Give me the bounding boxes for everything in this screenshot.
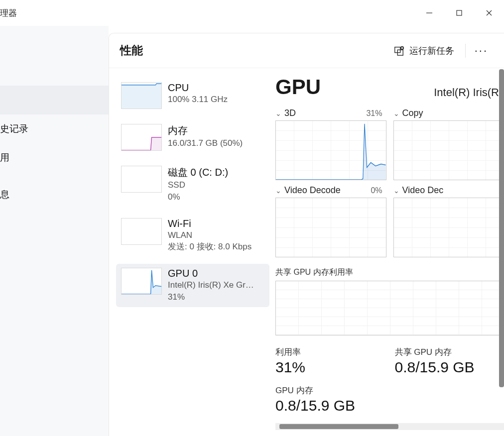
mini-sub2: 31% <box>168 291 254 303</box>
stat-mem-value: 0.8/15.9 GB <box>275 397 380 414</box>
stat-mem-label: GPU 内存 <box>275 385 380 396</box>
engine-label: Copy <box>402 108 423 118</box>
page-title: 性能 <box>120 43 143 58</box>
mini-graph-wifi <box>121 218 162 245</box>
mini-item-gpu[interactable]: GPU 0 Intel(R) Iris(R) Xe Gr… 31% <box>116 264 269 307</box>
engine-pct: 31% <box>366 109 386 118</box>
mini-graph-memory <box>121 124 162 151</box>
engine-video-decode-2[interactable]: ⌄ Video Dec <box>393 185 504 257</box>
mini-title: CPU <box>168 82 228 94</box>
mini-sub1: 100% 3.11 GHz <box>168 94 228 106</box>
mini-graph-gpu <box>121 268 162 295</box>
mini-sub1: SSD <box>168 179 228 191</box>
run-task-icon <box>393 45 404 56</box>
run-new-task-label: 运行新任务 <box>409 45 454 57</box>
mini-graph-cpu <box>121 82 162 109</box>
mini-title: Wi-Fi <box>168 218 252 229</box>
stat-util-value: 31% <box>275 359 380 376</box>
svg-rect-1 <box>457 10 462 15</box>
run-new-task-button[interactable]: 运行新任务 <box>386 40 461 62</box>
shared-gpu-mem-label: 共享 GPU 内存利用率 <box>275 267 504 278</box>
mini-item-cpu[interactable]: CPU 100% 3.11 GHz <box>116 78 269 113</box>
horizontal-scrollbar[interactable] <box>275 423 504 430</box>
window-titlebar: 理器 <box>0 0 504 26</box>
gpu-model: Intel(R) Iris(R <box>434 86 499 99</box>
mini-sub1: WLAN <box>168 229 252 241</box>
vertical-scrollbar[interactable] <box>498 69 504 415</box>
detail-title: GPU <box>275 75 321 99</box>
mini-item-wifi[interactable]: Wi-Fi WLAN 发送: 0 接收: 8.0 Kbps <box>116 214 269 257</box>
engine-3d[interactable]: ⌄ 3D 31% <box>275 108 386 180</box>
sidebar-item-history[interactable]: 史记录 <box>0 114 109 143</box>
detail-pane: GPU Intel(R) Iris(R ⌄ 3D 31% <box>273 68 504 436</box>
mini-item-disk[interactable]: 磁盘 0 (C: D:) SSD 0% <box>116 162 269 207</box>
mini-sub1: Intel(R) Iris(R) Xe Gr… <box>168 279 254 291</box>
sidebar-item-startup[interactable]: 用 <box>0 143 109 172</box>
engine-label: 3D <box>284 108 296 118</box>
chevron-down-icon: ⌄ <box>393 109 399 117</box>
page-header: 性能 运行新任务 ··· <box>109 33 504 68</box>
stat-shared-label: 共享 GPU 内存 <box>395 346 500 358</box>
mini-title: 磁盘 0 (C: D:) <box>168 166 228 179</box>
stat-util-label: 利用率 <box>275 346 380 358</box>
more-options-icon: ··· <box>475 44 488 57</box>
stat-shared-value: 0.8/15.9 GB <box>395 359 500 376</box>
chevron-down-icon: ⌄ <box>275 109 281 117</box>
engine-label: Video Dec <box>402 185 444 196</box>
window-title: 理器 <box>0 7 17 19</box>
mini-title: GPU 0 <box>168 268 254 279</box>
mini-sub2: 发送: 0 接收: 8.0 Kbps <box>168 241 252 253</box>
resource-mini-list: CPU 100% 3.11 GHz 内存 <box>109 68 273 436</box>
engine-pct: 0% <box>371 186 386 195</box>
sidebar-item-performance[interactable] <box>0 86 109 114</box>
shared-gpu-mem-chart <box>275 281 504 335</box>
engine-video-decode[interactable]: ⌄ Video Decode 0% <box>275 185 386 257</box>
maximize-button[interactable] <box>444 0 474 26</box>
mini-sub1: 16.0/31.7 GB (50%) <box>168 137 243 149</box>
sidebar-item-details[interactable]: 息 <box>0 180 109 209</box>
mini-item-memory[interactable]: 内存 16.0/31.7 GB (50%) <box>116 120 269 155</box>
mini-sub2: 0% <box>168 191 228 203</box>
mini-graph-disk <box>121 166 162 193</box>
mini-title: 内存 <box>168 124 243 137</box>
more-options-button[interactable]: ··· <box>470 40 493 62</box>
sidebar-nav: 史记录 用 息 <box>0 26 109 436</box>
minimize-button[interactable] <box>414 0 444 26</box>
engine-copy[interactable]: ⌄ Copy <box>393 108 504 180</box>
close-button[interactable] <box>474 0 504 26</box>
chevron-down-icon: ⌄ <box>275 187 281 195</box>
chevron-down-icon: ⌄ <box>393 187 399 195</box>
engine-label: Video Decode <box>284 185 341 196</box>
header-separator <box>465 44 466 58</box>
